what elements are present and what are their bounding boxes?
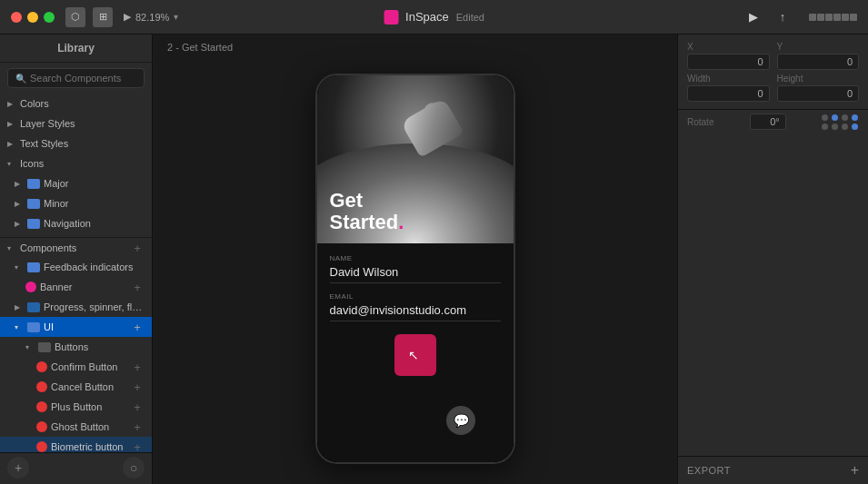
add-component-button[interactable]: + — [130, 241, 145, 255]
add-banner-button[interactable]: + — [130, 280, 145, 294]
search-icon: 🔍 — [15, 74, 26, 84]
chevron-right-icon: ▶ — [15, 200, 24, 208]
run-icon[interactable]: ▶ — [124, 11, 131, 23]
window-controls — [11, 12, 55, 23]
sidebar-item-components[interactable]: ▾ Components + — [0, 237, 152, 257]
sidebar-item-ghost-button[interactable]: Ghost Button + — [0, 417, 152, 437]
sidebar-item-label: Layer Styles — [20, 118, 145, 129]
sidebar-item-progress[interactable]: ▶ Progress, spinner, flash — [0, 297, 152, 317]
layout-icons — [809, 14, 857, 21]
chevron-down-icon: ▾ — [7, 160, 16, 168]
add-button[interactable]: + — [130, 380, 145, 394]
canvas-content[interactable]: Get Started. NAME David Wilson — [153, 35, 677, 484]
rdot1 — [822, 114, 828, 121]
component-icon — [36, 401, 47, 412]
sidebar-item-label: Major — [44, 178, 145, 189]
canvas-label: 2 - Get Started — [167, 42, 233, 53]
play-button[interactable]: ▶ — [743, 7, 763, 27]
add-button[interactable]: + — [130, 400, 145, 414]
add-button[interactable]: + — [130, 440, 145, 452]
rdot6 — [832, 123, 838, 130]
sidebar-item-label: Colors — [20, 98, 145, 109]
sidebar-item-icons-minor[interactable]: ▶ Minor — [0, 193, 152, 213]
right-panel: X 0 Y 0 Width 0 Height 0 Rotate 0° — [677, 35, 868, 484]
layout-sq4 — [833, 14, 841, 21]
search-box[interactable]: 🔍 — [7, 68, 145, 88]
chevron-right-icon: ▶ — [15, 303, 24, 311]
sidebar-item-biometric-button[interactable]: Biometric button + — [0, 437, 152, 452]
y-value[interactable]: 0 — [777, 54, 860, 70]
minimize-dot[interactable] — [27, 12, 38, 23]
get-started-overlay: Get Started. — [330, 190, 404, 233]
zoom-level[interactable]: 82.19% — [135, 12, 169, 23]
sidebar-item-label: Confirm Button — [51, 361, 126, 372]
sidebar-item-feedback[interactable]: ▾ Feedback indicators — [0, 257, 152, 277]
rotate-value[interactable]: 0° — [750, 114, 786, 130]
email-field-group: EMAIL david@invisionstudio.com — [330, 292, 501, 321]
sidebar-item-label: Progress, spinner, flash — [44, 301, 145, 312]
chevron-right-icon: ▶ — [7, 120, 16, 128]
space-image: Get Started. — [317, 75, 514, 243]
add-ui-button[interactable]: + — [130, 320, 145, 334]
sidebar-item-buttons[interactable]: ▾ Buttons — [0, 337, 152, 357]
sidebar-item-cancel-button[interactable]: Cancel Button + — [0, 377, 152, 397]
sidebar-item-icons-navigation[interactable]: ▶ Navigation — [0, 213, 152, 233]
x-label: X — [687, 42, 770, 52]
app-title: InSpace — [405, 10, 449, 24]
sidebar-item-label: Biometric button — [51, 441, 126, 452]
tool-icons: ⬡ ⊞ — [65, 7, 113, 27]
rotate-label: Rotate — [687, 117, 713, 127]
component-icon — [25, 282, 36, 292]
add-action-button[interactable]: + — [7, 457, 29, 479]
component-icon — [36, 381, 47, 392]
sidebar-item-confirm-button[interactable]: Confirm Button + — [0, 357, 152, 377]
layout-sq1 — [809, 14, 816, 21]
chat-button[interactable]: 💬 — [446, 406, 475, 435]
component-icon — [36, 421, 47, 432]
sidebar-header: Library — [0, 35, 152, 63]
zoom-chevron[interactable]: ▾ — [174, 12, 178, 22]
title-center: InSpace Edited — [384, 10, 484, 25]
sidebar-item-plus-button[interactable]: Plus Button + — [0, 397, 152, 417]
sidebar-item-label: Icons — [20, 158, 145, 169]
sidebar-actions: + ○ — [0, 452, 152, 484]
rdot4 — [852, 114, 858, 121]
grid-icon[interactable]: ⊞ — [93, 7, 113, 27]
sidebar-item-ui[interactable]: ▾ UI + — [0, 317, 152, 337]
sidebar-item-label: Banner — [40, 282, 126, 292]
sidebar-item-text-styles[interactable]: ▶ Text Styles — [0, 133, 152, 153]
library-icon[interactable]: ⬡ — [65, 7, 85, 27]
maximize-dot[interactable] — [44, 12, 55, 23]
pink-cta-button[interactable]: ↖ — [394, 334, 436, 376]
edited-badge: Edited — [456, 12, 484, 23]
close-dot[interactable] — [11, 12, 22, 23]
add-button[interactable]: + — [130, 420, 145, 434]
share-button[interactable]: ↑ — [773, 7, 793, 27]
sidebar-item-label: Cancel Button — [51, 381, 126, 392]
sidebar-item-label: Minor — [44, 198, 145, 209]
rotate-dots — [822, 114, 859, 130]
x-value[interactable]: 0 — [687, 54, 770, 70]
width-label: Width — [687, 74, 770, 84]
chevron-down-icon: ▾ — [15, 263, 24, 272]
add-button[interactable]: + — [130, 360, 145, 374]
search-input[interactable] — [30, 73, 136, 84]
sidebar-item-icons-major[interactable]: ▶ Major — [0, 173, 152, 193]
width-value[interactable]: 0 — [687, 85, 770, 102]
phone-frame: Get Started. NAME David Wilson — [315, 74, 515, 464]
sidebar-item-label: Text Styles — [20, 138, 145, 149]
sidebar-item-banner[interactable]: Banner + — [0, 277, 152, 297]
run-controls: ▶ 82.19% ▾ — [124, 11, 178, 23]
sidebar-item-layer-styles[interactable]: ▶ Layer Styles — [0, 114, 152, 133]
main-area: Library 🔍 ▶ Colors ▶ Layer Styles ▶ Text… — [0, 35, 868, 484]
sidebar-item-icons[interactable]: ▾ Icons — [0, 153, 152, 173]
folder-icon — [27, 199, 40, 209]
position-size-panel: X 0 Y 0 Width 0 Height 0 — [678, 35, 868, 110]
export-add-button[interactable]: + — [851, 462, 859, 479]
name-value: David Wilson — [330, 265, 501, 283]
y-field: Y 0 — [777, 42, 860, 70]
height-value[interactable]: 0 — [777, 85, 860, 102]
sidebar-item-colors[interactable]: ▶ Colors — [0, 94, 152, 114]
layout-sq6 — [850, 14, 857, 21]
circle-action-button[interactable]: ○ — [123, 457, 145, 479]
